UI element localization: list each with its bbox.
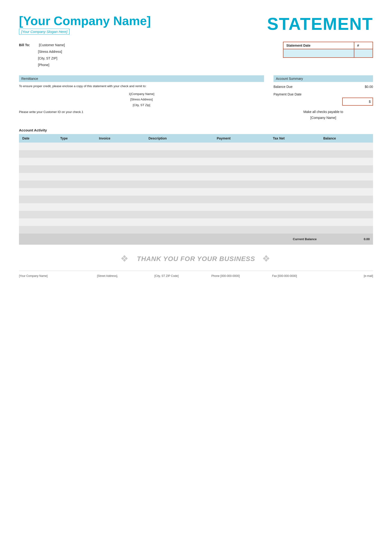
- footer-email: [e-mail]: [314, 274, 373, 277]
- statement-date-table: Statement Date #: [283, 42, 373, 58]
- remittance-street: [Stress Address]: [19, 97, 264, 102]
- checks-payable-line1: Make all checks payable to: [273, 109, 373, 115]
- table-cell: [269, 158, 320, 165]
- balance-due-label: Balance Due: [273, 85, 293, 89]
- remittance-block: Remittance To ensure proper credit, plea…: [19, 75, 264, 121]
- table-row: [19, 165, 373, 173]
- footer-street: [Street Address],: [78, 274, 137, 277]
- table-cell: [19, 173, 57, 180]
- footer: [Your Company Name] [Street Address], [C…: [19, 271, 373, 277]
- col-invoice: Invoice: [96, 134, 145, 143]
- table-cell: [320, 203, 373, 211]
- table-cell: [96, 158, 145, 165]
- table-cell: [214, 158, 270, 165]
- table-cell: [57, 218, 96, 226]
- current-balance-row: Current Balance0.00: [19, 234, 373, 245]
- street-address: [Stress Address]: [38, 48, 65, 55]
- table-cell: [145, 143, 214, 150]
- table-cell: [214, 173, 270, 180]
- table-row: [19, 158, 373, 165]
- table-row: [19, 150, 373, 158]
- company-name: [Your Company Name]: [19, 14, 151, 28]
- activity-title: Account Activity: [19, 128, 373, 132]
- col-date: Date: [19, 134, 57, 143]
- statement-date-block: Statement Date #: [283, 42, 373, 68]
- statement-number-value[interactable]: [354, 49, 373, 58]
- table-cell: [57, 211, 96, 218]
- checks-payable-line2: [Company Name]: [273, 115, 373, 121]
- remittance-note: Please write your Customer ID on your ch…: [19, 110, 264, 114]
- payment-due-section: Payment Due Date $: [273, 92, 373, 106]
- activity-header-row: Date Type Invoice Description Payment Ta…: [19, 134, 373, 143]
- current-balance-value: 0.00: [320, 234, 373, 245]
- table-cell: [214, 226, 270, 234]
- table-cell: [57, 180, 96, 188]
- table-row: [19, 211, 373, 218]
- table-cell: [214, 165, 270, 173]
- bill-to-block: Bill To: [Customer Name] [Stress Address…: [19, 42, 65, 68]
- table-cell: [214, 203, 270, 211]
- statement-number-header: #: [354, 42, 373, 49]
- table-cell: [269, 180, 320, 188]
- table-cell: [214, 218, 270, 226]
- table-cell: [320, 196, 373, 203]
- table-cell: [96, 226, 145, 234]
- col-type: Type: [57, 134, 96, 143]
- checks-payable: Make all checks payable to [Company Name…: [273, 109, 373, 121]
- thankyou-section: ❖ THANK YOU FOR YOUR BUSINESS ❖: [19, 254, 373, 264]
- table-cell: [320, 180, 373, 188]
- table-cell: [96, 150, 145, 158]
- city-state-zip: [City, ST ZIP]: [38, 55, 65, 62]
- table-cell: [320, 218, 373, 226]
- amount-box[interactable]: $: [342, 97, 373, 106]
- table-cell: [19, 218, 57, 226]
- table-cell: [269, 211, 320, 218]
- table-cell: [96, 165, 145, 173]
- table-cell: [57, 203, 96, 211]
- billing-row: Bill To: [Customer Name] [Stress Address…: [19, 42, 373, 68]
- table-cell: [57, 143, 96, 150]
- balance-due-row: Balance Due $0.00: [273, 84, 373, 90]
- payment-due-label: Payment Due Date: [273, 92, 373, 96]
- table-cell: [57, 158, 96, 165]
- activity-table: Date Type Invoice Description Payment Ta…: [19, 134, 373, 245]
- table-cell: [57, 165, 96, 173]
- company-slogan: [Your Company Slogan Here]: [19, 29, 70, 35]
- table-cell: [320, 173, 373, 180]
- col-description: Description: [145, 134, 214, 143]
- statement-date-header: Statement Date: [283, 42, 354, 49]
- table-cell: [214, 196, 270, 203]
- remittance-company: 1[Company Name]: [19, 91, 264, 97]
- table-row: [19, 203, 373, 211]
- table-cell: [19, 203, 57, 211]
- footer-company: [Your Company Name]: [19, 274, 78, 277]
- statement-date-value[interactable]: [283, 49, 354, 58]
- footer-city: [City, ST ZIP Code]: [137, 274, 196, 277]
- table-cell: [145, 173, 214, 180]
- table-cell: [320, 150, 373, 158]
- remittance-city: [City, ST Zip]: [19, 102, 264, 108]
- table-cell: [19, 196, 57, 203]
- remittance-text: To ensure proper credit, please enclose …: [19, 84, 264, 89]
- table-cell: [145, 218, 214, 226]
- payment-amount-symbol: $: [369, 100, 371, 104]
- table-cell: [320, 143, 373, 150]
- table-cell: [57, 226, 96, 234]
- table-cell: [145, 188, 214, 196]
- table-cell: [96, 203, 145, 211]
- table-cell: [269, 143, 320, 150]
- diamond-right-icon: ❖: [262, 254, 272, 264]
- table-cell: [145, 226, 214, 234]
- table-row: [19, 226, 373, 234]
- payment-due-amount: $: [273, 97, 373, 106]
- table-cell: [57, 150, 96, 158]
- table-cell: [320, 226, 373, 234]
- current-balance-label: Current Balance: [19, 234, 320, 245]
- account-summary-block: Account Summary Balance Due $0.00 Paymen…: [273, 75, 373, 121]
- balance-due-value: $0.00: [365, 85, 373, 89]
- bill-to-address: [Stress Address] [City, ST ZIP] [Phone]: [38, 48, 65, 68]
- table-cell: [96, 188, 145, 196]
- table-row: [19, 173, 373, 180]
- table-cell: [214, 211, 270, 218]
- table-row: [19, 196, 373, 203]
